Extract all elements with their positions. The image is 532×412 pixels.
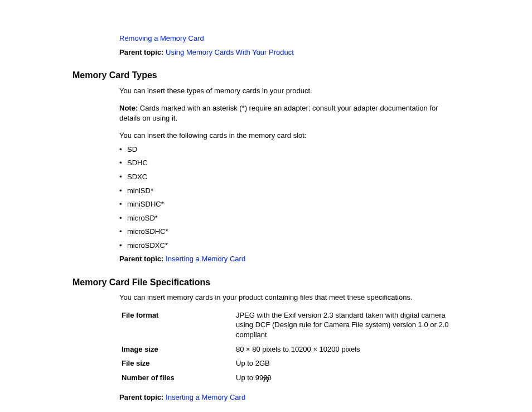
card-list: SD SDHC SDXC miniSD* miniSDHC* microSD* … — [119, 145, 460, 250]
parent-topic-link-2[interactable]: Inserting a Memory Card — [166, 255, 245, 263]
removing-card-link[interactable]: Removing a Memory Card — [119, 34, 204, 42]
heading-memory-card-types: Memory Card Types — [72, 69, 460, 82]
section1-intro: You can insert these types of memory car… — [119, 86, 460, 96]
spec-label: File size — [122, 358, 236, 368]
spec-label: File format — [122, 310, 236, 340]
top-link-row: Removing a Memory Card — [119, 33, 460, 44]
parent-topic-link-1[interactable]: Using Memory Cards With Your Product — [166, 48, 294, 56]
parent-topic-row-2: Parent topic: Inserting a Memory Card — [119, 254, 460, 264]
list-item: miniSDHC* — [119, 199, 460, 209]
parent-topic-link-3[interactable]: Inserting a Memory Card — [166, 393, 245, 401]
slot-intro: You can insert the following cards in th… — [119, 131, 460, 141]
parent-topic-label: Parent topic: — [119, 255, 163, 263]
section1-note: Note: Cards marked with an asterisk (*) … — [119, 103, 460, 123]
spec-value: Up to 2GB — [236, 358, 460, 368]
section2-intro: You can insert memory cards in your prod… — [119, 293, 460, 303]
list-item: miniSD* — [119, 186, 460, 196]
list-item: microSD* — [119, 213, 460, 223]
spec-value: JPEG with the Exif version 2.3 standard … — [236, 310, 460, 340]
table-row: File size Up to 2GB — [119, 358, 460, 368]
list-item: SDXC — [119, 172, 460, 182]
page-number: 77 — [0, 376, 532, 384]
heading-file-specs: Memory Card File Specifications — [72, 276, 460, 289]
note-label: Note: — [119, 104, 138, 112]
document-page: Removing a Memory Card Parent topic: Usi… — [0, 0, 532, 403]
list-item: SDHC — [119, 158, 460, 168]
parent-topic-label: Parent topic: — [119, 48, 163, 56]
parent-topic-row-1: Parent topic: Using Memory Cards With Yo… — [119, 47, 460, 58]
spec-label: Image size — [122, 344, 236, 354]
spec-value: 80 × 80 pixels to 10200 × 10200 pixels — [236, 344, 460, 354]
note-text: Cards marked with an asterisk (*) requir… — [119, 104, 438, 122]
table-row: File format JPEG with the Exif version 2… — [119, 310, 460, 340]
list-item: microSDHC* — [119, 227, 460, 237]
table-row: Image size 80 × 80 pixels to 10200 × 102… — [119, 344, 460, 354]
parent-topic-row-3: Parent topic: Inserting a Memory Card — [119, 392, 460, 403]
list-item: microSDXC* — [119, 241, 460, 251]
parent-topic-label: Parent topic: — [119, 393, 163, 401]
list-item: SD — [119, 145, 460, 155]
spec-table: File format JPEG with the Exif version 2… — [119, 310, 460, 382]
